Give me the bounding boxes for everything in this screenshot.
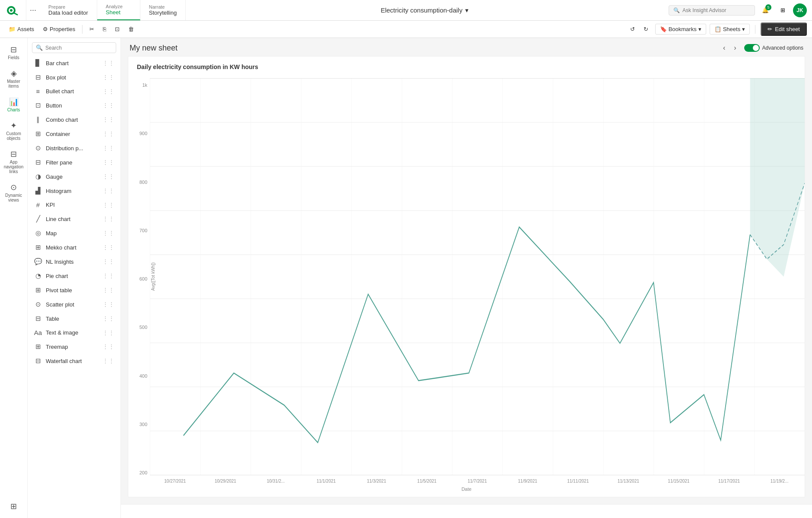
sidebar-item-charts[interactable]: 📊 Charts [2, 94, 26, 116]
chart-item-scatter-plot[interactable]: ⊙ Scatter plot ⋮⋮ [29, 297, 119, 311]
chart-icon-waterfall-chart: ⊟ [34, 357, 42, 365]
chart-name-nl-insights: NL Insights [46, 259, 74, 265]
chart-item-box-plot[interactable]: ⊟ Box plot ⋮⋮ [29, 70, 119, 84]
chart-item-kpi[interactable]: # KPI ⋮⋮ [29, 198, 119, 212]
drag-handle-pivot-table[interactable]: ⋮⋮ [102, 287, 114, 294]
y-axis: 1k 900 800 700 600 500 400 300 200 [128, 82, 150, 475]
chart-item-distribution-plot[interactable]: ⊙ Distribution p... ⋮⋮ [29, 141, 119, 155]
more-options-icon[interactable]: ··· [26, 0, 40, 20]
user-avatar[interactable]: JK [793, 3, 807, 17]
drag-handle-gauge[interactable]: ⋮⋮ [102, 173, 114, 180]
chart-item-button[interactable]: ⊡ Button ⋮⋮ [29, 98, 119, 112]
sidebar-item-fields[interactable]: ⊟ Fields [2, 41, 26, 63]
chart-item-bullet-chart[interactable]: ≡ Bullet chart ⋮⋮ [29, 85, 119, 98]
chart-item-pivot-table[interactable]: ⊞ Pivot table ⋮⋮ [29, 283, 119, 297]
apps-grid-button[interactable]: ⊞ [776, 3, 790, 17]
sidebar-item-dynamic-views[interactable]: ⊙ Dynamic views [2, 179, 26, 206]
chart-item-map[interactable]: ◎ Map ⋮⋮ [29, 226, 119, 240]
charts-panel: 🔍 ▊ Bar chart ⋮⋮ ⊟ Box plot ⋮⋮ ≡ Bullet … [28, 38, 121, 518]
app-title[interactable]: Electricity consumption-daily ▾ [381, 6, 468, 14]
advanced-options-toggle[interactable] [744, 44, 760, 52]
cut-button[interactable]: ✂ [86, 24, 98, 34]
drag-handle-kpi[interactable]: ⋮⋮ [102, 202, 114, 208]
drag-handle-container[interactable]: ⋮⋮ [102, 130, 114, 137]
assets-button[interactable]: 📁 Assets [5, 24, 38, 34]
chart-item-line-chart[interactable]: ╱ Line chart ⋮⋮ [29, 212, 119, 226]
search-input[interactable] [45, 45, 112, 51]
chart-icon-button: ⊡ [34, 101, 42, 109]
chart-item-bar-chart[interactable]: ▊ Bar chart ⋮⋮ [29, 56, 119, 70]
delete-button[interactable]: 🗑 [125, 24, 137, 34]
qlik-logo[interactable] [0, 0, 26, 20]
notifications-button[interactable]: 🔔 5 [758, 3, 772, 17]
chart-name-line-chart: Line chart [46, 216, 70, 222]
next-sheet-button[interactable]: › [731, 43, 739, 53]
drag-handle-treemap[interactable]: ⋮⋮ [102, 343, 114, 350]
prepare-tab[interactable]: Prepare Data load editor [40, 0, 97, 20]
prev-sheet-button[interactable]: ‹ [720, 43, 728, 53]
drag-handle-distribution-plot[interactable]: ⋮⋮ [102, 145, 114, 152]
analyze-tab[interactable]: Analyze Sheet [97, 0, 140, 20]
chart-icon-line-chart: ╱ [34, 215, 42, 223]
chart-icon-mekko-chart: ⊞ [34, 243, 42, 251]
chart-item-histogram[interactable]: ▟ Histogram ⋮⋮ [29, 184, 119, 198]
advanced-options-label: Advanced options [762, 45, 803, 51]
drag-handle-histogram[interactable]: ⋮⋮ [102, 187, 114, 194]
drag-handle-text-image[interactable]: ⋮⋮ [102, 329, 114, 336]
sidebar-item-app-navigation[interactable]: ⊟ App navigation links [2, 146, 26, 177]
undo-button[interactable]: ↺ [627, 24, 638, 34]
sidebar-item-custom-objects[interactable]: ✦ Custom objects [2, 117, 26, 144]
drag-handle-table[interactable]: ⋮⋮ [102, 315, 114, 322]
bookmarks-button[interactable]: 🔖 Bookmarks ▾ [655, 24, 706, 35]
chart-area: Daily electricity consumption in KW hour… [128, 56, 805, 497]
prepare-tab-title: Prepare [48, 4, 88, 9]
drag-handle-mekko-chart[interactable]: ⋮⋮ [102, 244, 114, 251]
sidebar-item-master-items[interactable]: ◈ Master items [2, 65, 26, 92]
chart-canvas: 1k 900 800 700 600 500 400 300 200 Avg([… [128, 74, 805, 493]
drag-handle-map[interactable]: ⋮⋮ [102, 230, 114, 237]
toolbar-divider-1 [82, 25, 82, 34]
sheets-button[interactable]: 📋 Sheets ▾ [710, 24, 750, 35]
narrate-tab[interactable]: Narrate Storytelling [140, 0, 186, 20]
chart-item-gauge[interactable]: ◑ Gauge ⋮⋮ [29, 170, 119, 183]
drag-handle-waterfall-chart[interactable]: ⋮⋮ [102, 357, 114, 364]
charts-search-box[interactable]: 🔍 [32, 42, 116, 53]
chart-icon-combo-chart: ∥ [34, 116, 42, 123]
chart-icon-pie-chart: ◔ [34, 272, 42, 280]
redo-button[interactable]: ↻ [640, 24, 652, 34]
sidebar-item-bottom[interactable]: ⊞ [2, 498, 26, 515]
drag-handle-filter-pane[interactable]: ⋮⋮ [102, 159, 114, 166]
chart-item-text-image[interactable]: Aa Text & image ⋮⋮ [29, 326, 119, 339]
chart-item-mekko-chart[interactable]: ⊞ Mekko chart ⋮⋮ [29, 240, 119, 254]
main-layout: ⊟ Fields ◈ Master items 📊 Charts ✦ Custo… [0, 38, 812, 518]
drag-handle-line-chart[interactable]: ⋮⋮ [102, 215, 114, 222]
x-axis: 10/27/2021 10/29/2021 10/31/2... 11/1/20… [150, 477, 805, 493]
chart-item-waterfall-chart[interactable]: ⊟ Waterfall chart ⋮⋮ [29, 354, 119, 368]
chart-name-histogram: Histogram [46, 188, 71, 194]
drag-handle-box-plot[interactable]: ⋮⋮ [102, 74, 114, 81]
drag-handle-scatter-plot[interactable]: ⋮⋮ [102, 301, 114, 308]
chart-item-table[interactable]: ⊟ Table ⋮⋮ [29, 312, 119, 325]
chart-name-pie-chart: Pie chart [46, 273, 68, 279]
drag-handle-bullet-chart[interactable]: ⋮⋮ [102, 88, 114, 95]
chart-item-filter-pane[interactable]: ⊟ Filter pane ⋮⋮ [29, 155, 119, 169]
chart-item-nl-insights[interactable]: 💬 NL Insights ⋮⋮ [29, 255, 119, 268]
chart-name-container: Container [46, 131, 70, 137]
drag-handle-nl-insights[interactable]: ⋮⋮ [102, 258, 114, 265]
insight-advisor-search[interactable]: 🔍 Ask Insight Advisor [669, 5, 755, 16]
chart-name-filter-pane: Filter pane [46, 159, 72, 166]
drag-handle-button[interactable]: ⋮⋮ [102, 102, 114, 109]
chart-name-gauge: Gauge [46, 174, 63, 180]
chart-item-pie-chart[interactable]: ◔ Pie chart ⋮⋮ [29, 269, 119, 283]
chart-icon-distribution-plot: ⊙ [34, 144, 42, 152]
drag-handle-pie-chart[interactable]: ⋮⋮ [102, 272, 114, 279]
edit-sheet-button[interactable]: ✏ Edit sheet [761, 22, 807, 36]
properties-button[interactable]: ⚙ Properties [39, 24, 79, 34]
chart-item-combo-chart[interactable]: ∥ Combo chart ⋮⋮ [29, 113, 119, 126]
chart-item-treemap[interactable]: ⊞ Treemap ⋮⋮ [29, 340, 119, 354]
drag-handle-combo-chart[interactable]: ⋮⋮ [102, 116, 114, 123]
chart-item-container[interactable]: ⊞ Container ⋮⋮ [29, 127, 119, 141]
drag-handle-bar-chart[interactable]: ⋮⋮ [102, 60, 114, 66]
paste-button[interactable]: ⊡ [111, 24, 123, 34]
copy-button[interactable]: ⎘ [99, 24, 110, 34]
